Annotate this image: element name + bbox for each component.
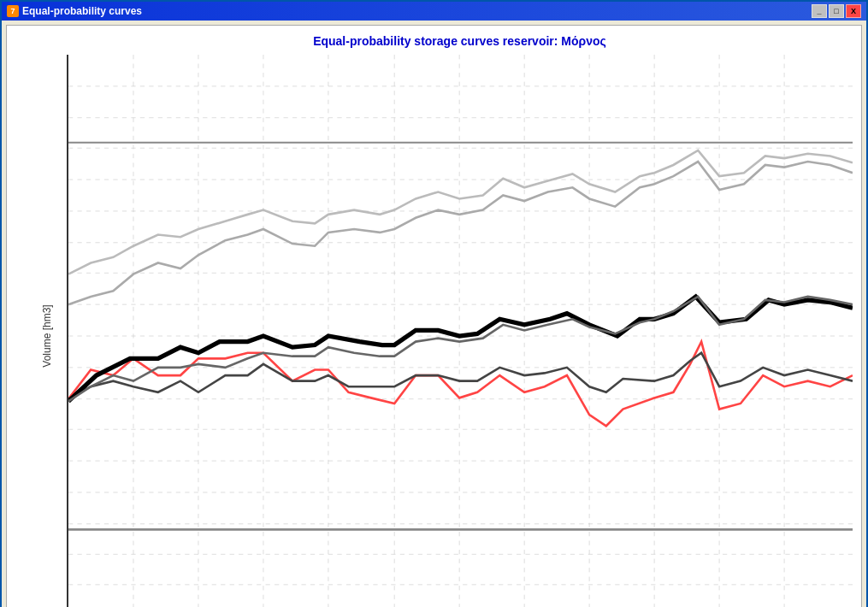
main-window: 7 Equal-probability curves _ □ X Equal-p… [0, 0, 868, 607]
chart-container: Equal-probability storage curves reservo… [6, 25, 862, 607]
minimize-button[interactable]: _ [812, 4, 827, 18]
window-controls: _ □ X [812, 4, 861, 18]
chart-title: Equal-probability storage curves reservo… [67, 34, 853, 48]
chart-area: Volume [hm3] Month [67, 55, 853, 607]
title-bar: 7 Equal-probability curves _ □ X [2, 2, 866, 21]
chart-svg: 0 50 100 150 200 250 300 350 400 450 500… [68, 55, 853, 607]
y-axis-label: Volume [hm3] [41, 304, 53, 367]
window-title: Equal-probability curves [22, 5, 142, 17]
close-button[interactable]: X [846, 4, 861, 18]
app-icon: 7 [7, 5, 19, 17]
maximize-button[interactable]: □ [829, 4, 844, 18]
title-bar-left: 7 Equal-probability curves [7, 5, 142, 17]
content-area: Equal-probability storage curves reservo… [2, 21, 866, 607]
